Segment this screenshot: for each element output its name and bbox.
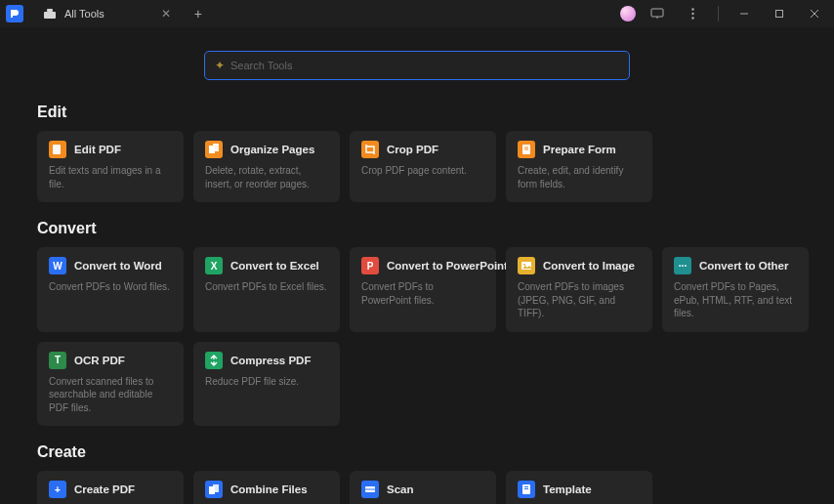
window-minimize-button[interactable] xyxy=(730,0,758,27)
search-input[interactable] xyxy=(230,60,619,71)
card-desc: Edit texts and images in a file. xyxy=(49,164,172,190)
new-tab-button[interactable]: + xyxy=(194,7,202,21)
card-title: Convert to PowerPoint xyxy=(387,260,508,272)
other-icon: ··· xyxy=(674,257,691,274)
card-title: Combine Files xyxy=(230,483,308,495)
powerpoint-icon: P xyxy=(361,257,379,274)
card-convert-other[interactable]: ··· Convert to Other Convert PDFs to Pag… xyxy=(662,247,809,332)
svg-rect-24 xyxy=(524,486,528,487)
card-organize-pages[interactable]: Organize Pages Delete, rotate, extract, … xyxy=(193,131,340,202)
card-edit-pdf[interactable]: Edit PDF Edit texts and images in a file… xyxy=(37,131,184,202)
separator xyxy=(718,6,719,21)
svg-rect-1 xyxy=(47,9,53,12)
excel-icon: X xyxy=(205,257,223,274)
app-logo-icon xyxy=(6,5,23,22)
card-prepare-form[interactable]: Prepare Form Create, edit, and identify … xyxy=(506,131,652,202)
card-crop-pdf[interactable]: Crop PDF Crop PDF page content. xyxy=(350,131,496,202)
section-title-create: Create xyxy=(37,443,797,461)
card-title: Convert to Image xyxy=(543,260,635,272)
card-title: Prepare Form xyxy=(543,144,616,155)
card-scan[interactable]: Scan Scan and create a new PDF. xyxy=(350,471,496,504)
template-icon xyxy=(518,481,535,498)
card-convert-word[interactable]: W Convert to Word Convert PDFs to Word f… xyxy=(37,247,184,332)
svg-rect-0 xyxy=(44,12,56,19)
section-title-edit: Edit xyxy=(37,104,797,121)
card-desc: Convert PDFs to Word files. xyxy=(49,280,172,294)
card-ocr-pdf[interactable]: T OCR PDF Convert scanned files to searc… xyxy=(37,342,184,427)
svg-point-6 xyxy=(691,17,693,19)
convert-grid: W Convert to Word Convert PDFs to Word f… xyxy=(37,247,797,426)
tab-all-tools[interactable]: All Tools ✕ xyxy=(33,0,181,27)
svg-rect-11 xyxy=(53,145,61,154)
card-title: Scan xyxy=(387,483,414,495)
organize-pages-icon xyxy=(205,141,223,158)
card-desc: Reduce PDF file size. xyxy=(205,375,328,389)
card-title: Create PDF xyxy=(74,483,135,495)
image-icon xyxy=(518,257,535,274)
card-convert-excel[interactable]: X Convert to Excel Convert PDFs to Excel… xyxy=(193,247,340,332)
ocr-icon: T xyxy=(49,352,66,369)
svg-rect-20 xyxy=(213,484,219,492)
card-desc: Crop PDF page content. xyxy=(361,164,484,178)
window-maximize-button[interactable] xyxy=(766,0,793,27)
svg-point-5 xyxy=(691,13,693,15)
card-create-pdf[interactable]: + Create PDF Create PDFs from images, Mi… xyxy=(37,471,184,504)
svg-rect-25 xyxy=(524,488,528,489)
card-title: Crop PDF xyxy=(387,144,438,155)
prepare-form-icon xyxy=(518,141,535,158)
sparkle-icon: ✦ xyxy=(215,59,225,72)
card-template[interactable]: Template Get PDF templates for resumes, … xyxy=(506,471,652,504)
window-close-button[interactable] xyxy=(801,0,828,27)
word-icon: W xyxy=(49,257,66,274)
card-desc: Convert PDFs to Pages, ePub, HTML, RTF, … xyxy=(674,280,797,320)
card-title: Compress PDF xyxy=(230,355,311,366)
card-desc: Delete, rotate, extract, insert, or reor… xyxy=(205,164,328,190)
create-grid: + Create PDF Create PDFs from images, Mi… xyxy=(37,471,797,504)
menu-kebab-icon[interactable] xyxy=(679,0,706,27)
card-convert-image[interactable]: Convert to Image Convert PDFs to images … xyxy=(506,247,652,332)
card-desc: Convert scanned files to searchable and … xyxy=(49,375,172,415)
toolbox-icon xyxy=(43,7,57,21)
presentation-icon[interactable] xyxy=(644,0,671,27)
section-title-convert: Convert xyxy=(37,220,797,237)
search-input-container[interactable]: ✦ xyxy=(204,51,630,80)
card-title: OCR PDF xyxy=(74,355,125,366)
card-convert-powerpoint[interactable]: P Convert to PowerPoint Convert PDFs to … xyxy=(350,247,496,332)
card-compress-pdf[interactable]: Compress PDF Reduce PDF file size. xyxy=(193,342,340,427)
crop-pdf-icon xyxy=(361,141,379,158)
card-desc: Convert PDFs to images (JPEG, PNG, GIF, … xyxy=(518,280,641,320)
titlebar: All Tools ✕ + xyxy=(0,0,834,27)
card-title: Edit PDF xyxy=(74,144,121,155)
svg-rect-8 xyxy=(776,11,783,18)
svg-point-4 xyxy=(691,8,693,10)
card-combine-files[interactable]: Combine Files Combine multiple files int… xyxy=(193,471,340,504)
card-desc: Create, edit, and identify form fields. xyxy=(518,164,641,190)
edit-pdf-icon xyxy=(49,141,66,158)
scan-icon xyxy=(361,481,379,498)
card-title: Convert to Word xyxy=(74,260,162,272)
card-title: Organize Pages xyxy=(230,144,314,155)
edit-grid: Edit PDF Edit texts and images in a file… xyxy=(37,131,797,202)
card-desc: Convert PDFs to PowerPoint files. xyxy=(361,280,484,307)
card-title: Convert to Excel xyxy=(230,260,319,272)
compress-icon xyxy=(205,352,223,369)
svg-rect-13 xyxy=(213,144,219,151)
svg-point-18 xyxy=(523,264,525,266)
card-title: Convert to Other xyxy=(699,260,788,272)
card-desc: Convert PDFs to Excel files. xyxy=(205,280,328,294)
avatar[interactable] xyxy=(620,6,636,21)
card-title: Template xyxy=(543,483,592,495)
create-pdf-icon: + xyxy=(49,481,66,498)
tab-close-icon[interactable]: ✕ xyxy=(161,7,171,21)
combine-files-icon xyxy=(205,481,223,498)
svg-rect-2 xyxy=(651,9,663,17)
tab-label: All Tools xyxy=(64,8,104,20)
